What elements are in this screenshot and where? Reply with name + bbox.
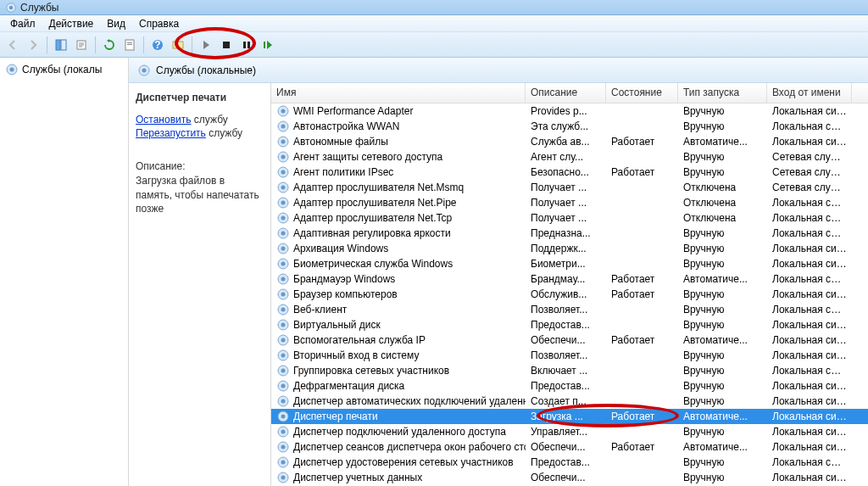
cell-name: Диспетчер автоматических подключений уда… <box>271 394 526 409</box>
restart-service-button[interactable] <box>258 36 276 54</box>
cell-name: Диспетчер учетных данных <box>271 470 526 485</box>
svg-point-22 <box>281 125 286 129</box>
cell-logon: Локальная слу... <box>767 455 852 469</box>
svg-point-20 <box>281 109 286 114</box>
service-row[interactable]: Диспетчер подключений удаленного доступа… <box>271 424 868 439</box>
svg-point-26 <box>281 155 286 159</box>
gear-icon <box>276 257 290 271</box>
restart-service-link[interactable]: Перезапустить <box>136 127 206 139</box>
service-row[interactable]: Архивация WindowsПоддержк...ВручнуюЛокал… <box>271 241 868 256</box>
cell-state <box>606 324 678 326</box>
start-service-button[interactable] <box>197 36 215 54</box>
cell-description: Загрузка ... <box>526 410 606 423</box>
service-row[interactable]: Брандмауэр WindowsБрандмау...РаботаетАвт… <box>271 271 868 287</box>
svg-rect-10 <box>173 42 183 48</box>
console-tree-button[interactable] <box>169 36 187 54</box>
svg-point-44 <box>281 293 286 297</box>
cell-state <box>606 431 678 433</box>
service-row[interactable]: Диспетчер сеансов диспетчера окон рабоче… <box>271 439 868 455</box>
col-name[interactable]: Имя <box>271 83 526 103</box>
properties-button[interactable] <box>120 36 139 54</box>
cell-state <box>606 309 678 310</box>
cell-state: Работает <box>606 410 678 423</box>
cell-state <box>606 110 678 112</box>
cell-description: Provides p... <box>526 104 606 118</box>
service-row[interactable]: Агент политики IPsecБезопасно...Работает… <box>271 165 868 180</box>
cell-startup: Вручную <box>678 120 767 133</box>
right-header-label: Службы (локальные) <box>156 64 256 76</box>
menu-help[interactable]: Справка <box>132 16 186 31</box>
services-list: Имя Описание Состояние Тип запуска Вход … <box>271 83 868 486</box>
service-row[interactable]: Вторичный вход в системуПозволяет...Вруч… <box>271 348 868 363</box>
refresh-button[interactable] <box>100 36 119 54</box>
cell-logon: Локальная сис... <box>767 104 852 118</box>
gear-icon <box>276 196 290 209</box>
service-row[interactable]: Дефрагментация дискаПредостав...ВручнуюЛ… <box>271 378 868 394</box>
cell-startup: Вручную <box>678 150 767 164</box>
service-row[interactable]: Биометрическая служба WindowsБиометри...… <box>271 256 868 271</box>
service-row[interactable]: Автономные файлыСлужба ав...РаботаетАвто… <box>271 134 868 149</box>
service-row[interactable]: Адаптер прослушивателя Net.MsmqПолучает … <box>271 180 868 195</box>
service-row[interactable]: Диспетчер удостоверения сетевых участник… <box>271 455 868 470</box>
svg-point-30 <box>281 186 286 190</box>
col-logon[interactable]: Вход от имени <box>767 83 852 103</box>
gear-icon <box>276 440 290 454</box>
cell-logon: Локальная сис... <box>767 333 852 347</box>
cell-logon: Локальная слу... <box>767 226 852 240</box>
gear-icon <box>276 471 290 484</box>
service-row[interactable]: Веб-клиентПозволяет...ВручнуюЛокальная с… <box>271 302 868 317</box>
menu-view[interactable]: Вид <box>100 16 132 31</box>
service-row[interactable]: Диспетчер учетных данныхОбеспечи...Вручн… <box>271 470 868 485</box>
svg-point-56 <box>281 384 286 388</box>
col-description[interactable]: Описание <box>526 83 606 103</box>
tree-root-label: Службы (локалы <box>22 64 102 75</box>
show-hide-tree-button[interactable] <box>52 36 70 54</box>
pause-service-button[interactable] <box>237 36 256 54</box>
cell-state <box>606 461 678 463</box>
right-content: Диспетчер печати Остановить службу Перез… <box>129 83 868 486</box>
svg-point-1 <box>9 5 13 8</box>
cell-state <box>606 232 678 234</box>
menu-action[interactable]: Действие <box>42 16 101 31</box>
stop-service-link[interactable]: Остановить <box>136 114 192 126</box>
service-row[interactable]: Диспетчер автоматических подключений уда… <box>271 394 868 409</box>
export-button[interactable] <box>72 36 91 54</box>
svg-point-66 <box>281 461 286 465</box>
back-button[interactable] <box>3 36 22 54</box>
col-startup[interactable]: Тип запуска <box>678 83 767 103</box>
service-row[interactable]: Группировка сетевых участниковВключает .… <box>271 363 868 378</box>
cell-name: Диспетчер подключений удаленного доступа <box>271 424 526 439</box>
cell-startup: Вручную <box>678 318 767 332</box>
service-row[interactable]: Диспетчер печатиЗагрузка ...РаботаетАвто… <box>271 409 868 424</box>
cell-state <box>606 156 678 158</box>
tree-root-services[interactable]: Службы (локалы <box>2 61 126 78</box>
cell-description: Обеспечи... <box>526 440 606 454</box>
service-row[interactable]: Автонастройка WWANЭта служб...ВручнуюЛок… <box>271 119 868 134</box>
cell-logon: Локальная сис... <box>767 410 852 423</box>
service-row[interactable]: Агент защиты сетевого доступаАгент слу..… <box>271 149 868 165</box>
col-state[interactable]: Состояние <box>606 83 678 103</box>
cell-description: Брандмау... <box>526 272 606 286</box>
help-button[interactable]: ? <box>148 36 167 54</box>
cell-state <box>606 385 678 387</box>
cell-name: Адаптер прослушивателя Net.Tcp <box>271 210 526 226</box>
right-pane: Службы (локальные) Диспетчер печати Оста… <box>129 58 868 486</box>
service-row[interactable]: WMI Performance AdapterProvides p...Вруч… <box>271 103 868 119</box>
link-suffix: службу <box>206 127 242 139</box>
svg-rect-7 <box>127 44 132 45</box>
stop-service-button[interactable] <box>217 36 236 54</box>
service-row[interactable]: Вспомогательная служба IPОбеспечи...Рабо… <box>271 332 868 348</box>
list-body[interactable]: WMI Performance AdapterProvides p...Вруч… <box>271 103 868 486</box>
selected-service-name: Диспетчер печати <box>136 92 264 103</box>
service-row[interactable]: Виртуальный дискПредостав...ВручнуюЛокал… <box>271 317 868 332</box>
forward-button[interactable] <box>24 36 42 54</box>
main-area: Службы (локалы Службы (локальные) Диспет… <box>0 58 868 486</box>
cell-state: Работает <box>606 272 678 286</box>
service-row[interactable]: Браузер компьютеровОбслужив...РаботаетВр… <box>271 287 868 302</box>
menu-file[interactable]: Файл <box>3 16 42 31</box>
service-row[interactable]: Адаптер прослушивателя Net.TcpПолучает .… <box>271 210 868 226</box>
gear-icon <box>276 226 290 240</box>
service-row[interactable]: Адаптер прослушивателя Net.PipeПолучает … <box>271 195 868 210</box>
service-row[interactable]: Адаптивная регулировка яркостиПредназна.… <box>271 226 868 241</box>
cell-logon: Локальная сис... <box>767 257 852 271</box>
